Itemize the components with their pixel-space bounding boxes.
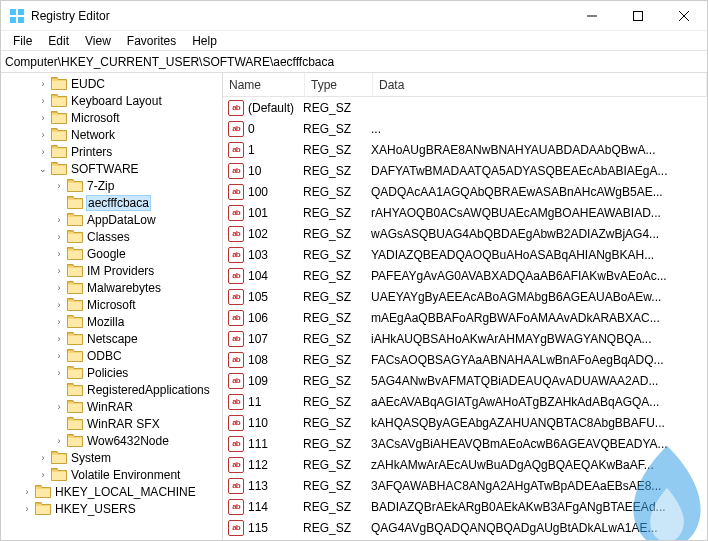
table-row[interactable]: ab116REG_SZ3AGoANABSAC8AZABSAGYAYgBDAEwA… (223, 538, 707, 540)
value-type: REG_SZ (303, 164, 371, 178)
value-name: 115 (248, 521, 303, 535)
table-row[interactable]: ab(Default)REG_SZ (223, 97, 707, 118)
table-row[interactable]: ab105REG_SZUAEYAYgByAEEAcABoAGMAbgB6AGEA… (223, 286, 707, 307)
tree-node[interactable]: › Netscape (1, 330, 222, 347)
tree-node[interactable]: aecfffcbaca (1, 194, 222, 211)
chevron-right-icon[interactable]: › (37, 78, 49, 90)
menu-edit[interactable]: Edit (40, 32, 77, 50)
chevron-right-icon[interactable]: › (53, 265, 65, 277)
chevron-right-icon[interactable]: › (37, 129, 49, 141)
tree-node[interactable]: › Google (1, 245, 222, 262)
table-row[interactable]: ab110REG_SZkAHQASQByAGEAbgAZAHUANQBTAC8A… (223, 412, 707, 433)
tree-node[interactable]: › Malwarebytes (1, 279, 222, 296)
menu-favorites[interactable]: Favorites (119, 32, 184, 50)
table-row[interactable]: ab102REG_SZwAGsASQBUAG4AbQBDAEgAbwB2ADIA… (223, 223, 707, 244)
folder-icon (67, 230, 83, 244)
table-row[interactable]: ab104REG_SZPAFEAYgAvAG0AVABXADQAaAB6AFIA… (223, 265, 707, 286)
table-row[interactable]: ab11REG_SZaAEcAVABqAGIATgAwAHoATgBZAHkAd… (223, 391, 707, 412)
tree-node[interactable]: › AppDataLow (1, 211, 222, 228)
tree-node[interactable]: › ODBC (1, 347, 222, 364)
tree-node[interactable]: › WinRAR (1, 398, 222, 415)
table-row[interactable]: ab111REG_SZ3ACsAVgBiAHEAVQBmAEoAcwB6AGEA… (223, 433, 707, 454)
value-name: 11 (248, 395, 303, 409)
minimize-button[interactable] (569, 1, 615, 31)
value-type: REG_SZ (303, 332, 371, 346)
tree-panel[interactable]: › EUDC› Keyboard Layout› Microsoft› Netw… (1, 73, 223, 540)
address-input[interactable] (5, 55, 703, 69)
tree-node[interactable]: WinRAR SFX (1, 415, 222, 432)
table-row[interactable]: ab10REG_SZDAFYATwBMADAATQA5ADYASQBEAEcAb… (223, 160, 707, 181)
chevron-right-icon[interactable]: › (53, 282, 65, 294)
chevron-right-icon[interactable]: › (37, 469, 49, 481)
chevron-right-icon[interactable]: › (37, 146, 49, 158)
chevron-right-icon[interactable]: › (37, 112, 49, 124)
table-row[interactable]: ab108REG_SZFACsAOQBSAGYAaABNAHAALwBnAFoA… (223, 349, 707, 370)
chevron-right-icon[interactable]: › (53, 180, 65, 192)
table-row[interactable]: ab107REG_SZiAHkAUQBSAHoAKwArAHMAYgBWAGYA… (223, 328, 707, 349)
maximize-button[interactable] (615, 1, 661, 31)
tree-node[interactable]: RegisteredApplications (1, 381, 222, 398)
chevron-right-icon[interactable]: › (37, 452, 49, 464)
tree-node[interactable]: › 7-Zip (1, 177, 222, 194)
folder-icon (67, 298, 83, 312)
svg-rect-0 (10, 9, 16, 15)
string-value-icon: ab (227, 331, 245, 347)
chevron-right-icon[interactable]: › (53, 299, 65, 311)
tree-node[interactable]: › Printers (1, 143, 222, 160)
table-row[interactable]: ab100REG_SZQADQAcAA1AGQAbQBRAEwASABnAHcA… (223, 181, 707, 202)
tree-node[interactable]: › Mozilla (1, 313, 222, 330)
table-row[interactable]: ab112REG_SZzAHkAMwArAEcAUwBuADgAQgBQAEQA… (223, 454, 707, 475)
chevron-right-icon[interactable]: › (53, 350, 65, 362)
tree-node[interactable]: ⌄ SOFTWARE (1, 160, 222, 177)
tree-node-label: Wow6432Node (87, 434, 169, 448)
table-row[interactable]: ab114REG_SZBADIAZQBrAEkARgB0AEkAKwB3AFgA… (223, 496, 707, 517)
tree-node[interactable]: › EUDC (1, 75, 222, 92)
table-row[interactable]: ab103REG_SZYADIAZQBEADQAOQBuAHoASABqAHIA… (223, 244, 707, 265)
column-header-type[interactable]: Type (305, 73, 373, 96)
values-panel[interactable]: Name Type Data ab(Default)REG_SZab0REG_S… (223, 73, 707, 540)
menu-file[interactable]: File (5, 32, 40, 50)
value-type: REG_SZ (303, 458, 371, 472)
chevron-right-icon[interactable]: › (37, 95, 49, 107)
tree-node[interactable]: › HKEY_LOCAL_MACHINE (1, 483, 222, 500)
table-row[interactable]: ab101REG_SZrAHYAOQB0ACsAWQBUAEcAMgBOAHEA… (223, 202, 707, 223)
table-row[interactable]: ab109REG_SZ5AG4ANwBvAFMATQBiADEAUQAvADUA… (223, 370, 707, 391)
chevron-right-icon[interactable]: › (53, 401, 65, 413)
table-row[interactable]: ab113REG_SZ3AFQAWABHAC8ANgA2AHgATwBpADEA… (223, 475, 707, 496)
menu-help[interactable]: Help (184, 32, 225, 50)
chevron-right-icon[interactable]: › (53, 435, 65, 447)
table-row[interactable]: ab0REG_SZ... (223, 118, 707, 139)
table-row[interactable]: ab1REG_SZXAHoAUgBRAE8ANwBNAHYAUABDADAAbQ… (223, 139, 707, 160)
tree-node[interactable]: › Volatile Environment (1, 466, 222, 483)
menu-view[interactable]: View (77, 32, 119, 50)
value-data: 5AG4ANwBvAFMATQBiADEAUQAvADUAWAA2AD... (371, 374, 707, 388)
tree-node[interactable]: › Classes (1, 228, 222, 245)
chevron-right-icon[interactable]: › (53, 333, 65, 345)
string-value-icon: ab (227, 436, 245, 452)
tree-node[interactable]: › Microsoft (1, 296, 222, 313)
column-header-name[interactable]: Name (223, 73, 305, 96)
chevron-right-icon[interactable]: › (53, 316, 65, 328)
table-row[interactable]: ab115REG_SZQAG4AVgBQADQANQBQADgAUgBtADkA… (223, 517, 707, 538)
close-button[interactable] (661, 1, 707, 31)
tree-node[interactable]: › Keyboard Layout (1, 92, 222, 109)
tree-node[interactable]: › Policies (1, 364, 222, 381)
chevron-right-icon[interactable]: › (53, 367, 65, 379)
chevron-down-icon[interactable]: ⌄ (37, 163, 49, 175)
value-data: zAHkAMwArAEcAUwBuADgAQgBQAEQAKwBaAF... (371, 458, 707, 472)
column-header-data[interactable]: Data (373, 73, 707, 96)
chevron-right-icon[interactable]: › (53, 248, 65, 260)
tree-node[interactable]: › HKEY_USERS (1, 500, 222, 517)
tree-node[interactable]: › Microsoft (1, 109, 222, 126)
tree-node[interactable]: › System (1, 449, 222, 466)
chevron-right-icon[interactable]: › (53, 214, 65, 226)
chevron-right-icon[interactable]: › (53, 231, 65, 243)
table-row[interactable]: ab106REG_SZmAEgAaQBBAFoARgBWAFoAMAAvADkA… (223, 307, 707, 328)
value-name: 113 (248, 479, 303, 493)
tree-node[interactable]: › IM Providers (1, 262, 222, 279)
value-type: REG_SZ (303, 500, 371, 514)
chevron-right-icon[interactable]: › (21, 503, 33, 515)
tree-node[interactable]: › Network (1, 126, 222, 143)
chevron-right-icon[interactable]: › (21, 486, 33, 498)
tree-node[interactable]: › Wow6432Node (1, 432, 222, 449)
